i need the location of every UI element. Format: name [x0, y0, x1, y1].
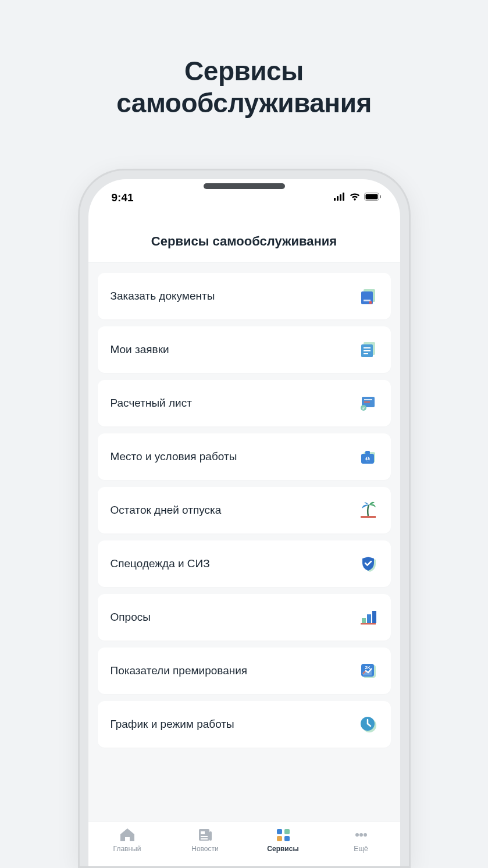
menu-item-label: Расчетный лист — [111, 397, 192, 410]
menu-item-label: Место и условия работы — [111, 450, 237, 463]
tab-news[interactable]: Новости — [166, 827, 244, 853]
svg-rect-1 — [337, 196, 339, 201]
news-icon — [197, 827, 213, 842]
svg-rect-2 — [340, 194, 341, 201]
menu-item-vacation-balance[interactable]: Остаток дней отпуска — [98, 487, 391, 533]
svg-rect-27 — [361, 623, 376, 625]
side-button — [78, 305, 80, 347]
more-icon — [353, 827, 369, 842]
bonus-metrics-icon: 2K — [358, 661, 378, 681]
device-frame: 9:41 — [78, 169, 411, 868]
menu-item-ppe[interactable]: Спецодежда и СИЗ — [98, 540, 391, 587]
svg-point-25 — [366, 457, 368, 459]
svg-rect-5 — [365, 194, 377, 200]
side-button — [78, 357, 80, 399]
svg-rect-14 — [364, 350, 371, 351]
vacation-balance-icon — [358, 500, 378, 520]
menu-item-label: Спецодежда и СИЗ — [111, 557, 210, 570]
svg-rect-13 — [364, 347, 371, 348]
svg-text:₽: ₽ — [362, 407, 365, 410]
promo-heading-line1: Сервисы — [184, 56, 304, 86]
side-button — [409, 316, 411, 380]
wifi-icon — [349, 193, 361, 203]
menu-item-schedule[interactable]: График и режим работы — [98, 701, 391, 748]
schedule-icon — [358, 714, 378, 734]
menu-item-label: Показатели премирования — [111, 664, 248, 677]
svg-point-10 — [369, 301, 372, 304]
tab-more[interactable]: Ещё — [322, 827, 400, 853]
cellular-signal-icon — [334, 193, 345, 203]
svg-rect-29 — [367, 614, 371, 623]
svg-rect-9 — [364, 300, 371, 301]
menu-item-label: Мои заявки — [111, 343, 169, 356]
menu-item-bonus-metrics[interactable]: Показатели премирования 2K — [98, 648, 391, 694]
svg-rect-26 — [361, 516, 376, 518]
my-requests-icon — [358, 340, 378, 360]
device-screen: 9:41 — [88, 179, 400, 866]
svg-rect-44 — [284, 836, 290, 841]
device-notch — [204, 183, 285, 189]
menu-item-label: Опросы — [111, 611, 151, 624]
svg-rect-17 — [364, 399, 372, 400]
svg-rect-18 — [364, 401, 370, 403]
status-indicators — [334, 193, 382, 203]
svg-rect-39 — [201, 836, 208, 837]
tab-services[interactable]: Сервисы — [244, 827, 322, 853]
menu-item-label: График и режим работы — [111, 718, 234, 731]
svg-rect-6 — [380, 195, 381, 198]
document-order-icon — [358, 286, 378, 306]
page-title: Сервисы самообслуживания — [88, 234, 400, 249]
svg-rect-40 — [201, 838, 208, 839]
menu-item-payslip[interactable]: Расчетный лист ₽ — [98, 380, 391, 426]
svg-rect-3 — [343, 193, 344, 201]
app-header: Сервисы самообслуживания — [88, 211, 400, 262]
svg-rect-37 — [209, 831, 212, 841]
promo-heading: Сервисы самообслуживания — [0, 0, 488, 119]
svg-rect-28 — [362, 618, 366, 623]
svg-rect-30 — [372, 611, 376, 623]
surveys-icon — [358, 607, 378, 627]
svg-rect-38 — [201, 831, 205, 834]
tab-bar: Главный Новости — [88, 821, 400, 866]
ppe-icon — [358, 554, 378, 574]
battery-icon — [364, 193, 382, 203]
menu-item-order-documents[interactable]: Заказать документы — [98, 273, 391, 319]
menu-item-my-requests[interactable]: Мои заявки — [98, 326, 391, 373]
tab-home[interactable]: Главный — [88, 827, 166, 853]
svg-rect-23 — [365, 451, 370, 454]
svg-text:2K: 2K — [365, 666, 370, 670]
tab-label: Ещё — [354, 845, 368, 853]
services-icon — [275, 827, 291, 842]
svg-point-47 — [364, 833, 367, 837]
menu-item-workplace[interactable]: Место и условия работы — [98, 433, 391, 480]
side-button — [78, 266, 80, 289]
svg-rect-42 — [284, 829, 290, 834]
promo-heading-line2: самообслуживания — [116, 88, 372, 118]
payslip-icon: ₽ — [358, 393, 378, 413]
menu-item-surveys[interactable]: Опросы — [98, 594, 391, 641]
svg-rect-15 — [364, 353, 368, 354]
svg-point-45 — [355, 833, 359, 837]
menu-item-label: Заказать документы — [111, 290, 215, 303]
svg-rect-0 — [334, 198, 336, 201]
menu-item-label: Остаток дней отпуска — [111, 504, 222, 517]
tab-label: Сервисы — [267, 845, 298, 853]
menu-list: Заказать документы Мои заявки — [88, 262, 400, 821]
workplace-icon — [358, 447, 378, 467]
svg-rect-41 — [277, 829, 282, 834]
status-time: 9:41 — [112, 191, 134, 204]
svg-point-46 — [359, 833, 363, 837]
home-icon — [119, 827, 136, 842]
tab-label: Главный — [113, 845, 141, 853]
tab-label: Новости — [191, 845, 218, 853]
svg-rect-43 — [277, 836, 282, 841]
